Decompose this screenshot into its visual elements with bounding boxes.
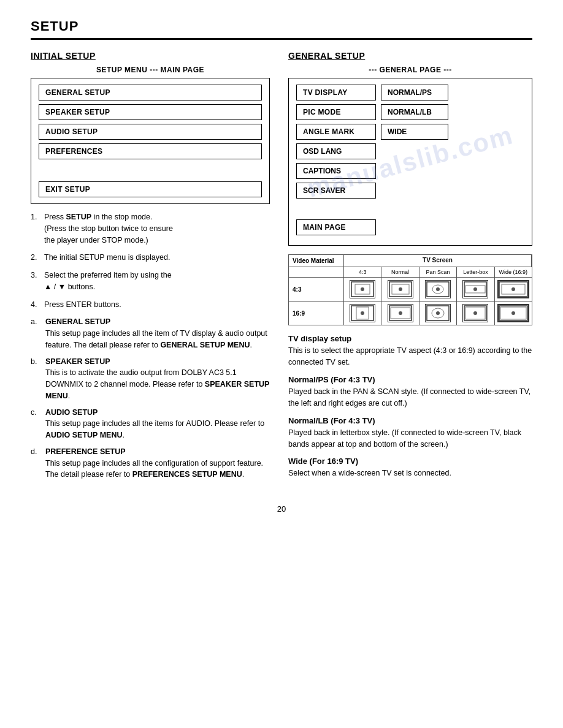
tv-icon-cell-7 <box>381 301 419 325</box>
menu-item-audio[interactable]: AUDIO SETUP <box>39 124 262 140</box>
menu-item-general[interactable]: GENERAL SETUP <box>39 85 262 100</box>
sub-label-d: d. <box>31 446 42 480</box>
sub-text-c: AUDIO SETUPThis setup page includes all … <box>45 407 270 441</box>
tv-icon-cell-2 <box>381 278 419 301</box>
general-row-main-page: MAIN PAGE <box>296 219 524 235</box>
tv-diag-col-normal: Normal <box>381 267 419 277</box>
instr-num-1: 1. <box>31 211 40 246</box>
tv-icon-9 <box>462 304 488 322</box>
page-number: 20 <box>31 504 532 514</box>
sub-text-d: PREFERENCE SETUPThis setup page includes… <box>45 446 270 480</box>
instruction-2: 2. The initial SETUP menu is displayed. <box>31 252 270 264</box>
sub-label-b: b. <box>31 356 42 402</box>
general-page-label: --- GENERAL PAGE --- <box>288 66 532 74</box>
tv-diag-sub-row: 4:3 Normal Pan Scan Letter-box Wide (16:… <box>289 267 532 278</box>
tv-diag-col-headers: 4:3 Normal Pan Scan Letter-box Wide (16:… <box>344 267 532 277</box>
gen-val-angle-mark: WIDE <box>381 124 448 140</box>
svg-point-8 <box>436 287 440 291</box>
tv-diag-top-row: TV Screen <box>344 255 532 267</box>
tv-diag-icons-169 <box>344 301 532 325</box>
svg-point-23 <box>436 311 440 315</box>
tv-diag-row-label-169: 16:9 <box>289 301 344 325</box>
main-page-button[interactable]: MAIN PAGE <box>296 219 376 235</box>
tv-icon-cell-9 <box>457 301 494 325</box>
tv-icon-cell-10 <box>495 301 532 325</box>
desc-title-normal-lb: Normal/LB (For 4:3 TV) <box>288 416 532 425</box>
svg-point-11 <box>473 287 477 291</box>
tv-icon-3 <box>425 280 451 298</box>
tv-icon-5 <box>497 280 529 298</box>
tv-diag-col-panscan: Pan Scan <box>419 267 457 277</box>
instruction-3: 3. Select the preferred item by using th… <box>31 270 270 293</box>
sub-label-a: a. <box>31 316 42 351</box>
svg-point-5 <box>399 287 402 291</box>
desc-normal-ps: Normal/PS (For 4:3 TV) Played back in th… <box>288 375 532 410</box>
menu-item-exit[interactable]: EXIT SETUP <box>39 181 262 197</box>
tv-icon-cell-5 <box>495 278 532 301</box>
tv-diagram: Video Material TV Screen 4:3 Normal Pan … <box>288 254 532 325</box>
tv-icon-cell-6 <box>344 301 381 325</box>
gen-val-tv-display: NORMAL/PS <box>381 85 448 100</box>
sub-item-a: a. GENERAL SETUPThis setup page includes… <box>31 316 270 351</box>
desc-normal-lb: Normal/LB (For 4:3 TV) Played back in le… <box>288 416 532 451</box>
desc-wide: Wide (For 16:9 TV) Select when a wide-sc… <box>288 457 532 479</box>
tv-icon-10 <box>497 304 529 322</box>
left-column: INITIAL SETUP SETUP MENU --- MAIN PAGE G… <box>31 51 270 485</box>
sub-text-a: GENERAL SETUPThis setup page includes al… <box>45 316 270 351</box>
tv-icon-cell-1 <box>344 278 381 301</box>
right-column: GENERAL SETUP --- GENERAL PAGE --- manua… <box>288 51 532 486</box>
desc-tv-display: TV display setup This is to select the a… <box>288 334 532 369</box>
instr-text-2: The initial SETUP menu is displayed. <box>44 252 170 264</box>
gen-label-osd-lang: OSD LANG <box>296 143 376 159</box>
general-row-angle-mark: ANGLE MARK WIDE <box>296 124 524 140</box>
menu-item-preferences[interactable]: PREFERENCES <box>39 143 262 159</box>
desc-text-tv-display: This is to select the appropriate TV asp… <box>288 345 532 369</box>
tv-diagram-header: Video Material TV Screen <box>289 255 532 267</box>
general-menu-box: manualslib.com TV DISPLAY NORMAL/PS PIC … <box>288 78 532 246</box>
gen-label-tv-display: TV DISPLAY <box>296 85 376 100</box>
sub-item-b: b. SPEAKER SETUPThis is to activate the … <box>31 356 270 402</box>
gen-label-angle-mark: ANGLE MARK <box>296 124 376 140</box>
desc-title-wide: Wide (For 16:9 TV) <box>288 457 532 466</box>
svg-point-20 <box>399 311 402 315</box>
instr-text-1: Press SETUP in the stop mode.(Press the … <box>44 211 173 246</box>
desc-title-tv-display: TV display setup <box>288 334 532 343</box>
setup-menu-label: SETUP MENU --- MAIN PAGE <box>31 66 270 74</box>
tv-diag-row-43: 4:3 <box>289 278 532 301</box>
page-title: SETUP <box>31 18 532 40</box>
tv-diag-sub-spacer <box>289 267 344 277</box>
svg-point-26 <box>473 311 477 315</box>
tv-diag-col-43: 4:3 <box>344 267 381 277</box>
svg-point-29 <box>511 311 515 315</box>
sub-label-c: c. <box>31 407 42 441</box>
menu-item-speaker[interactable]: SPEAKER SETUP <box>39 104 262 120</box>
tv-diag-row-169: 16:9 <box>289 301 532 325</box>
tv-icon-4 <box>462 280 488 298</box>
tv-icon-7 <box>388 304 413 322</box>
tv-diag-icons-43 <box>344 278 532 301</box>
general-row-tv-display: TV DISPLAY NORMAL/PS <box>296 85 524 100</box>
gen-label-scr-saver: SCR SAVER <box>296 183 376 199</box>
svg-point-17 <box>361 311 364 315</box>
tv-icon-6 <box>350 304 375 322</box>
gen-label-captions: CAPTIONS <box>296 163 376 179</box>
setup-menu-box: GENERAL SETUP SPEAKER SETUP AUDIO SETUP … <box>31 78 270 204</box>
gen-val-pic-mode: NORMAL/LB <box>381 104 448 120</box>
general-setup-header: GENERAL SETUP <box>288 51 532 61</box>
general-row-captions: CAPTIONS <box>296 163 524 179</box>
svg-point-14 <box>511 287 515 291</box>
tv-diag-row-label-43: 4:3 <box>289 278 344 301</box>
instruction-1: 1. Press SETUP in the stop mode.(Press t… <box>31 211 270 246</box>
instr-text-3: Select the preferred item by using the▲ … <box>44 270 172 293</box>
tv-icon-8 <box>425 304 451 322</box>
gen-label-pic-mode: PIC MODE <box>296 104 376 120</box>
general-row-scr-saver: SCR SAVER <box>296 183 524 199</box>
instructions-list: 1. Press SETUP in the stop mode.(Press t… <box>31 211 270 480</box>
sub-instructions: a. GENERAL SETUPThis setup page includes… <box>31 316 270 480</box>
sub-item-d: d. PREFERENCE SETUPThis setup page inclu… <box>31 446 270 480</box>
tv-icon-2 <box>388 280 413 298</box>
tv-diag-col-169: Wide (16:9) <box>495 267 532 277</box>
general-row-pic-mode: PIC MODE NORMAL/LB <box>296 104 524 120</box>
tv-icon-cell-8 <box>419 301 457 325</box>
tv-icon-cell-4 <box>457 278 494 301</box>
